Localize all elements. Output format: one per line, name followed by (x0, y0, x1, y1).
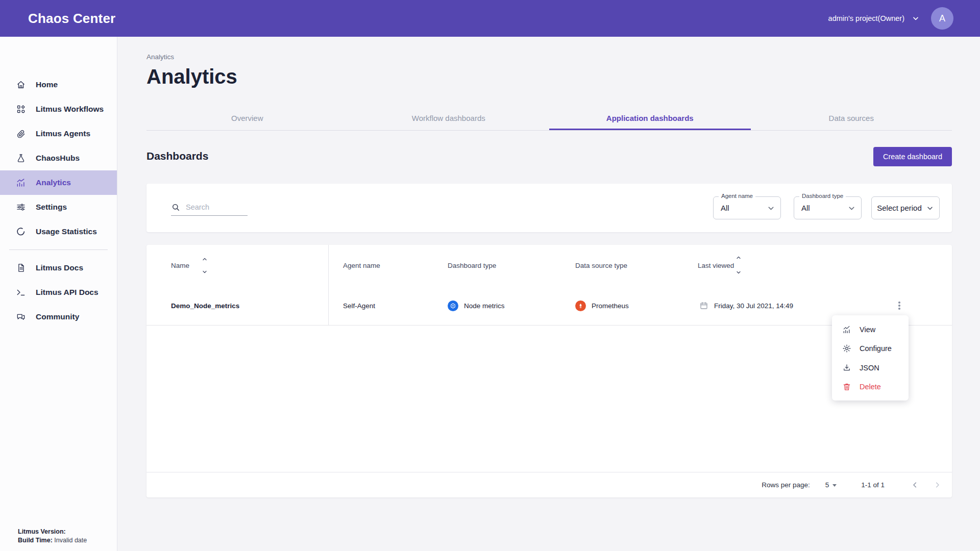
project-selector[interactable]: admin's project(Owner) (828, 14, 920, 22)
menu-item-view[interactable]: View (832, 320, 909, 339)
filter-card: Agent name All Dashboard type All Select… (146, 184, 952, 232)
tab-data-sources[interactable]: Data sources (751, 107, 952, 130)
previous-page-icon[interactable] (907, 478, 922, 493)
workflows-icon (15, 104, 27, 115)
sidebar-item-label: Litmus Agents (36, 129, 90, 138)
search-icon (171, 203, 181, 212)
column-header-last-viewed: Last viewed (698, 245, 734, 286)
page-title: Analytics (146, 65, 237, 88)
dropdown-arrow-icon (832, 484, 837, 487)
version-info: Litmus Version: Build Time: Invalid date (18, 528, 87, 545)
gear-icon (842, 344, 851, 354)
sidebar: Home Litmus Workflows Litmus Agents Chao… (0, 37, 117, 551)
rows-per-page-label: Rows per page: (762, 481, 810, 489)
dashboards-heading: Dashboards (146, 150, 208, 162)
search-input[interactable] (186, 203, 242, 211)
create-dashboard-button[interactable]: Create dashboard (873, 147, 952, 166)
node-metrics-icon (448, 300, 458, 311)
download-icon (842, 363, 851, 372)
rows-per-page-value: 5 (825, 481, 829, 489)
dashboard-type-select[interactable]: Dashboard type All (794, 196, 862, 219)
top-bar: Chaos Center admin's project(Owner) A (0, 0, 980, 37)
sort-descending-icon[interactable] (734, 268, 743, 277)
sidebar-item-label: ChaosHubs (36, 154, 80, 163)
table-row[interactable]: Demo_Node_metrics Self-Agent Node metric… (146, 286, 952, 325)
agent-name-select[interactable]: Agent name All (713, 196, 781, 219)
chevron-down-icon (926, 204, 934, 212)
rows-per-page-select[interactable]: 5 (825, 481, 837, 489)
litmus-version-label: Litmus Version: (18, 528, 66, 535)
sidebar-divider (9, 249, 108, 250)
sidebar-item-label: Home (36, 80, 58, 89)
calendar-icon (699, 301, 708, 310)
tab-overview[interactable]: Overview (146, 107, 348, 130)
paperclip-icon (15, 128, 27, 139)
menu-item-configure[interactable]: Configure (832, 339, 909, 359)
sidebar-item-chaoshubs[interactable]: ChaosHubs (0, 146, 117, 170)
avatar[interactable]: A (931, 7, 953, 30)
chevron-down-icon (847, 204, 856, 212)
top-bar-right: admin's project(Owner) A (828, 7, 953, 30)
sidebar-item-label: Litmus Workflows (36, 105, 104, 114)
cell-last-viewed-label: Friday, 30 Jul 2021, 14:49 (714, 302, 793, 310)
row-options-kebab-icon[interactable] (893, 299, 906, 312)
column-header-dashboard-type: Dashboard type (448, 245, 496, 286)
cell-data-source-type: Prometheus (575, 286, 629, 325)
cell-last-viewed: Friday, 30 Jul 2021, 14:49 (699, 286, 793, 325)
sidebar-item-litmus-workflows[interactable]: Litmus Workflows (0, 97, 117, 121)
row-options-menu: View Configure JSON Delete (832, 315, 909, 400)
cell-dashboard-type-label: Node metrics (464, 302, 505, 310)
usage-arc-icon (15, 226, 27, 237)
select-period-label: Select period (877, 204, 922, 212)
app-title: Chaos Center (28, 11, 115, 27)
tab-application-dashboards[interactable]: Application dashboards (549, 107, 751, 130)
menu-item-label: View (860, 325, 875, 334)
sort-descending-icon[interactable] (201, 268, 209, 276)
sidebar-item-label: Analytics (36, 178, 71, 187)
sidebar-item-litmus-api-docs[interactable]: Litmus API Docs (0, 280, 117, 305)
build-time-value: Invalid date (53, 537, 87, 544)
sidebar-item-label: Litmus Docs (36, 263, 83, 272)
sidebar-item-analytics[interactable]: Analytics (0, 170, 117, 195)
sliders-icon (15, 202, 27, 213)
search-field (171, 199, 248, 216)
pagination-bar: Rows per page: 5 1-1 of 1 (146, 472, 952, 497)
menu-item-label: Configure (860, 344, 892, 353)
flask-icon (15, 153, 27, 164)
sidebar-item-label: Usage Statistics (36, 227, 97, 236)
sidebar-item-community[interactable]: Community (0, 305, 117, 329)
column-header-agent-name: Agent name (343, 245, 380, 286)
menu-item-json[interactable]: JSON (832, 358, 909, 378)
analytics-chart-icon (15, 177, 27, 188)
sidebar-item-label: Settings (36, 203, 67, 212)
sidebar-item-usage-statistics[interactable]: Usage Statistics (0, 219, 117, 244)
menu-item-delete[interactable]: Delete (832, 378, 909, 397)
terminal-icon (15, 287, 27, 298)
tab-workflow-dashboards[interactable]: Workflow dashboards (348, 107, 550, 130)
main-content: Analytics Analytics Overview Workflow da… (117, 37, 980, 551)
select-period-button[interactable]: Select period (871, 196, 940, 219)
cell-agent-name: Self-Agent (343, 286, 375, 325)
document-icon (15, 262, 27, 273)
sort-ascending-icon[interactable] (734, 254, 743, 262)
sidebar-item-litmus-docs[interactable]: Litmus Docs (0, 256, 117, 280)
sort-ascending-icon[interactable] (201, 255, 209, 263)
dashboards-table: Name Agent name Dashboard type Data sour… (146, 245, 952, 497)
chat-bubbles-icon (15, 311, 27, 322)
sidebar-item-label: Community (36, 312, 79, 321)
sidebar-item-litmus-agents[interactable]: Litmus Agents (0, 121, 117, 146)
next-page-icon[interactable] (929, 478, 945, 493)
agent-name-select-value: All (721, 197, 729, 219)
menu-item-label: Delete (860, 383, 881, 391)
dashboard-type-select-value: All (801, 197, 810, 219)
menu-item-label: JSON (860, 364, 879, 372)
build-time-label: Build Time: (18, 537, 53, 544)
column-header-name: Name (171, 245, 189, 286)
sidebar-item-home[interactable]: Home (0, 72, 117, 97)
view-chart-icon (842, 324, 851, 334)
trash-icon (842, 382, 851, 392)
breadcrumb: Analytics (146, 53, 174, 61)
home-icon (15, 79, 27, 90)
cell-dashboard-name: Demo_Node_metrics (171, 286, 239, 325)
sidebar-item-settings[interactable]: Settings (0, 195, 117, 219)
